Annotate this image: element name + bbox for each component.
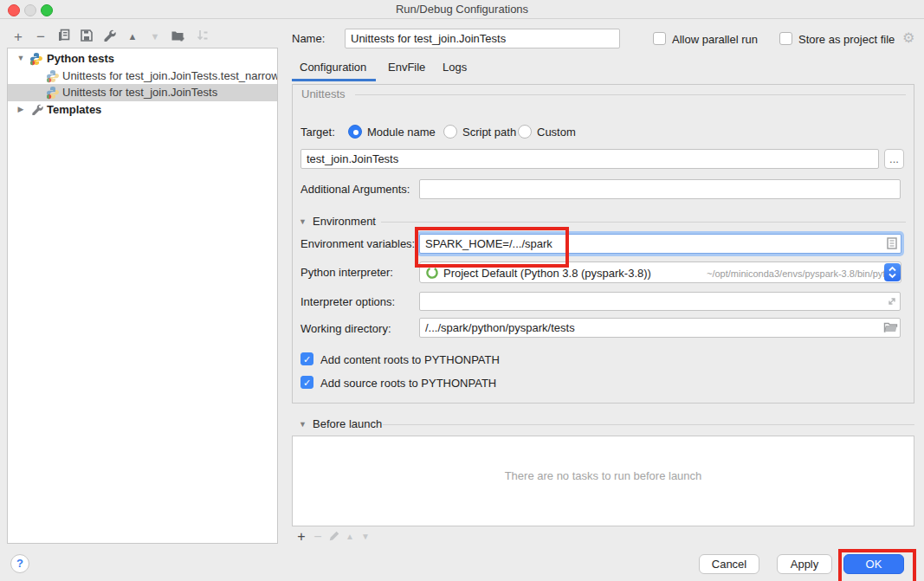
help-button[interactable]: ? (10, 554, 29, 573)
python-test-icon (46, 86, 60, 100)
arrow-down-icon: ▼ (361, 533, 370, 541)
group-divider (383, 424, 914, 425)
environment-variables-label: Environment variables: (300, 237, 415, 250)
conda-env-icon (425, 266, 439, 282)
tree-item-unittests-jointests-selected[interactable]: Unittests for test_join.JoinTests (8, 84, 277, 101)
templates-wrench-icon (30, 103, 44, 117)
python-tests-icon (29, 52, 43, 66)
python-interpreter-select[interactable]: Project Default (Python 3.8 (pyspark-3.8… (419, 261, 901, 283)
tree-item-templates[interactable]: ▶ Templates (8, 101, 277, 119)
env-vars-list-icon[interactable] (885, 236, 899, 253)
save-configuration-button[interactable] (78, 28, 95, 45)
browse-target-button[interactable]: ... (884, 149, 904, 169)
before-launch-task-list[interactable]: There are no tasks to run before launch (292, 436, 914, 526)
before-launch-move-down-button[interactable]: ▼ (357, 528, 374, 545)
group-divider (355, 94, 906, 95)
save-icon (80, 29, 94, 45)
python-interpreter-path: ~/opt/miniconda3/envs/pyspark-3.8/bin/py… (707, 268, 901, 279)
store-as-project-file-checkbox[interactable] (779, 32, 792, 45)
before-launch-add-button[interactable]: + (293, 528, 310, 545)
minus-icon: − (313, 530, 321, 544)
name-input[interactable] (345, 29, 620, 48)
tree-item-unittests-narrow[interactable]: Unittests for test_join.JoinTests.test_n… (8, 68, 277, 85)
python-test-icon (46, 69, 60, 83)
configurations-tree: ▼ Python tests Unittests for test_join.J… (7, 48, 278, 544)
interpreter-options-label: Interpreter options: (300, 295, 395, 308)
allow-parallel-run-checkbox[interactable] (653, 32, 666, 45)
edit-templates-button[interactable] (100, 28, 118, 45)
move-down-button[interactable]: ▼ (146, 28, 164, 45)
additional-arguments-input[interactable] (419, 179, 901, 199)
titlebar: Run/Debug Configurations (0, 0, 924, 19)
folder-plus-icon (171, 29, 185, 45)
arrow-down-icon: ▼ (151, 32, 160, 42)
add-source-roots-checkbox[interactable]: ✓ (300, 376, 313, 389)
environment-collapse-icon[interactable]: ▼ (299, 217, 307, 226)
wrench-icon (102, 29, 116, 45)
tree-item-python-tests[interactable]: ▼ Python tests (8, 50, 277, 68)
arrow-up-icon: ▲ (128, 32, 138, 42)
minus-icon: − (36, 29, 45, 44)
chevron-right-icon[interactable]: ▶ (16, 105, 26, 113)
target-module-name-label: Module name (367, 126, 436, 139)
chevron-down-icon[interactable]: ▼ (16, 54, 26, 62)
unittests-group-label: Unittests (301, 87, 346, 100)
copy-configuration-button[interactable] (55, 28, 73, 45)
before-launch-label: Before launch (313, 417, 382, 430)
window-title: Run/Debug Configurations (0, 0, 924, 18)
interpreter-dropdown-stepper[interactable] (884, 263, 901, 281)
sort-az-icon (196, 29, 210, 45)
chevron-up-down-icon (884, 263, 901, 281)
name-label: Name: (292, 32, 325, 45)
before-launch-collapse-icon[interactable]: ▼ (299, 420, 307, 429)
apply-button[interactable]: Apply (777, 554, 832, 574)
cancel-button[interactable]: Cancel (699, 554, 759, 574)
sort-configurations-button[interactable] (194, 28, 211, 45)
environment-group-label: Environment (313, 215, 376, 228)
add-source-roots-label: Add source roots to PYTHONPATH (320, 377, 496, 390)
new-folder-button[interactable] (169, 28, 186, 45)
tab-logs[interactable]: Logs (443, 61, 467, 80)
environment-variables-input[interactable] (419, 234, 901, 254)
plus-icon: + (297, 530, 305, 544)
active-tab-underline (292, 79, 376, 81)
add-content-roots-checkbox[interactable]: ✓ (300, 352, 313, 365)
additional-arguments-label: Additional Arguments: (300, 183, 410, 196)
tree-item-label: Unittests for test_join.JoinTests (62, 86, 217, 99)
gear-icon[interactable]: ⚙ (902, 29, 914, 46)
tab-configuration[interactable]: Configuration (300, 61, 366, 80)
arrow-up-icon: ▲ (346, 533, 354, 541)
pencil-icon (328, 530, 340, 545)
working-directory-input[interactable] (419, 318, 901, 338)
target-input[interactable] (300, 149, 879, 169)
add-configuration-button[interactable]: + (10, 28, 27, 45)
move-up-button[interactable]: ▲ (124, 28, 141, 45)
target-custom-label: Custom (537, 126, 576, 139)
add-content-roots-label: Add content roots to PYTHONPATH (320, 353, 500, 366)
tab-envfile[interactable]: EnvFile (388, 61, 425, 80)
before-launch-empty-message: There are no tasks to run before launch (293, 469, 914, 482)
remove-configuration-button[interactable]: − (32, 28, 49, 45)
store-as-project-file-label: Store as project file (798, 33, 895, 46)
python-interpreter-value: Project Default (Python 3.8 (pyspark-3.8… (443, 267, 651, 280)
interpreter-options-input[interactable] (419, 292, 901, 311)
tree-item-label: Templates (47, 103, 101, 116)
tree-item-label: Unittests for test_join.JoinTests.test_n… (62, 69, 278, 82)
folder-icon[interactable] (883, 320, 898, 337)
before-launch-remove-button[interactable]: − (309, 528, 326, 545)
target-script-path-label: Script path (462, 126, 516, 139)
expand-field-icon[interactable] (885, 294, 899, 311)
ok-button[interactable]: OK (843, 554, 904, 574)
copy-icon (57, 29, 71, 45)
before-launch-edit-button[interactable] (326, 528, 343, 545)
plus-icon: + (14, 29, 23, 44)
working-directory-label: Working directory: (300, 322, 391, 335)
allow-parallel-run-label: Allow parallel run (672, 33, 758, 46)
python-interpreter-label: Python interpreter: (300, 266, 393, 279)
tree-item-label: Python tests (47, 52, 114, 65)
target-module-name-radio[interactable] (348, 125, 362, 139)
before-launch-move-up-button[interactable]: ▲ (341, 528, 359, 545)
target-custom-radio[interactable] (518, 125, 532, 139)
target-script-path-radio[interactable] (443, 125, 457, 139)
target-label: Target: (300, 126, 335, 139)
